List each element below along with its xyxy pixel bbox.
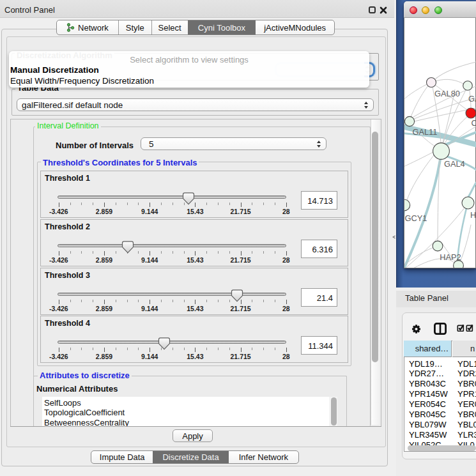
svg-text:C: C: [472, 118, 476, 128]
svg-text:HAP2: HAP2: [440, 252, 461, 262]
svg-text:H: H: [470, 210, 476, 220]
svg-text:GAL: GAL: [468, 94, 476, 104]
svg-text:GAL4: GAL4: [444, 159, 465, 169]
svg-text:GCY1: GCY1: [405, 213, 427, 223]
svg-text:GAL11: GAL11: [412, 127, 437, 137]
svg-text:GAL80: GAL80: [434, 89, 460, 98]
